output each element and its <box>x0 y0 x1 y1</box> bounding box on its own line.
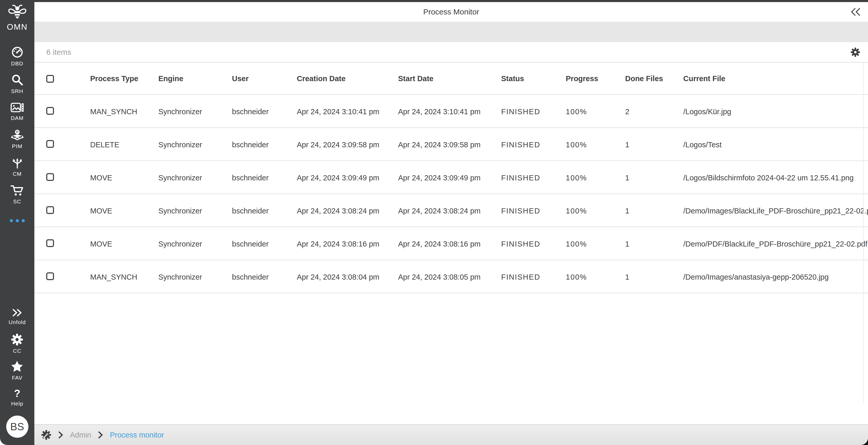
more-apps-icon[interactable] <box>10 212 25 229</box>
cell-process-type: MOVE <box>78 227 147 260</box>
sidebar-item-label: DBD <box>11 60 23 67</box>
table-row[interactable]: MOVE Synchronizer bschneider Apr 24, 202… <box>34 194 868 227</box>
cell-creation-date: Apr 24, 2024 3:08:16 pm <box>285 227 386 260</box>
cell-creation-date: Apr 24, 2024 3:09:49 pm <box>285 161 386 194</box>
col-progress[interactable]: Progress <box>554 63 613 95</box>
sidebar-item-unfold[interactable]: Unfold <box>8 303 26 330</box>
sidebar: OMN DBD SRH <box>0 0 34 445</box>
sidebar-item-pim[interactable]: P PIM <box>0 125 34 153</box>
unfold-icon <box>11 308 23 317</box>
cell-start-date: Apr 24, 2024 3:10:41 pm <box>386 95 489 128</box>
sidebar-item-label: CC <box>13 348 21 354</box>
cell-done-files: 1 <box>613 128 672 161</box>
select-all-checkbox[interactable] <box>46 75 54 83</box>
cell-progress: 100% <box>554 95 613 128</box>
row-checkbox[interactable] <box>46 239 54 247</box>
cell-engine: Synchronizer <box>147 161 220 194</box>
table-row[interactable]: DELETE Synchronizer bschneider Apr 24, 2… <box>34 128 868 161</box>
cell-done-files: 1 <box>613 194 672 227</box>
table-settings-gear-icon[interactable] <box>850 47 860 57</box>
col-creation-date[interactable]: Creation Date <box>285 63 386 95</box>
cell-user: bschneider <box>220 95 285 128</box>
sidebar-item-dbd[interactable]: DBD <box>0 42 34 70</box>
breadcrumb: Admin Process monitor <box>34 424 868 445</box>
cell-engine: Synchronizer <box>147 194 220 227</box>
row-checkbox[interactable] <box>46 173 54 181</box>
sidebar-item-cm[interactable]: CM <box>0 153 34 181</box>
sidebar-item-label: SRH <box>11 88 23 94</box>
cell-creation-date: Apr 24, 2024 3:10:41 pm <box>285 95 386 128</box>
cell-start-date: Apr 24, 2024 3:09:58 pm <box>386 128 489 161</box>
cell-status: FINISHED <box>489 161 554 194</box>
cell-status: FINISHED <box>489 260 554 293</box>
page-header: Process Monitor <box>34 2 868 22</box>
table-row[interactable]: MAN_SYNCH Synchronizer bschneider Apr 24… <box>34 95 868 128</box>
sidebar-item-srh[interactable]: SRH <box>0 70 34 98</box>
gear-icon <box>11 333 23 346</box>
sidebar-item-cc[interactable]: CC <box>8 330 26 357</box>
sidebar-item-fav[interactable]: FAV <box>8 357 26 384</box>
top-window-edge <box>0 0 868 2</box>
cell-user: bschneider <box>220 161 285 194</box>
scrollbar-track[interactable] <box>863 63 864 404</box>
process-table: Process Type Engine User Creation Date S… <box>34 63 868 424</box>
main-panel: Process Monitor 6 items <box>34 0 868 445</box>
cell-status: FINISHED <box>489 128 554 161</box>
table-row[interactable]: MOVE Synchronizer bschneider Apr 24, 202… <box>34 227 868 260</box>
cell-process-type: MOVE <box>78 194 147 227</box>
breadcrumb-admin[interactable]: Admin <box>70 431 91 439</box>
col-start-date[interactable]: Start Date <box>386 63 489 95</box>
row-checkbox[interactable] <box>46 107 54 115</box>
breadcrumb-process-monitor[interactable]: Process monitor <box>110 431 164 439</box>
cell-done-files: 1 <box>613 161 672 194</box>
chevron-right-icon <box>98 431 103 439</box>
cell-start-date: Apr 24, 2024 3:08:05 pm <box>386 260 489 293</box>
sidebar-item-label: Help <box>11 400 23 407</box>
cell-current-file: /Demo/Images/BlackLife_PDF-Broschüre_pp2… <box>672 194 868 227</box>
col-done-files[interactable]: Done Files <box>613 63 672 95</box>
sidebar-logo-label: OMN <box>7 22 28 32</box>
col-current-file[interactable]: Current File <box>672 63 868 95</box>
cell-current-file: /Logos/Test <box>672 128 868 161</box>
sidebar-item-label: CM <box>13 171 22 177</box>
row-checkbox[interactable] <box>46 140 54 148</box>
cell-done-files: 2 <box>613 95 672 128</box>
cell-progress: 100% <box>554 161 613 194</box>
user-avatar[interactable]: BS <box>6 416 28 438</box>
sidebar-item-sc[interactable]: SC <box>0 181 34 208</box>
cell-process-type: MAN_SYNCH <box>78 260 147 293</box>
cell-start-date: Apr 24, 2024 3:08:24 pm <box>386 194 489 227</box>
collapse-panel-icon[interactable] <box>850 7 861 17</box>
cell-start-date: Apr 24, 2024 3:09:49 pm <box>386 161 489 194</box>
col-user[interactable]: User <box>220 63 285 95</box>
sidebar-item-label: PIM <box>12 143 22 149</box>
col-engine[interactable]: Engine <box>147 63 220 95</box>
cell-progress: 100% <box>554 128 613 161</box>
sidebar-bottom-group: Unfold <box>8 303 26 411</box>
cell-process-type: MAN_SYNCH <box>78 95 147 128</box>
cell-user: bschneider <box>220 194 285 227</box>
cell-progress: 100% <box>554 260 613 293</box>
sidebar-logo[interactable]: OMN <box>7 4 28 42</box>
table-row[interactable]: MOVE Synchronizer bschneider Apr 24, 202… <box>34 161 868 194</box>
cell-creation-date: Apr 24, 2024 3:08:24 pm <box>285 194 386 227</box>
col-process-type[interactable]: Process Type <box>78 63 147 95</box>
avatar-initials: BS <box>10 421 24 433</box>
cell-current-file: /Demo/PDF/BlackLife_PDF-Broschüre_pp21_2… <box>672 227 868 260</box>
cell-current-file: /Logos/Kür.jpg <box>672 95 868 128</box>
cell-engine: Synchronizer <box>147 260 220 293</box>
items-count: 6 items <box>46 48 71 57</box>
sidebar-item-label: FAV <box>12 375 23 381</box>
table-toolbar: 6 items <box>34 42 868 63</box>
col-status[interactable]: Status <box>489 63 554 95</box>
sidebar-item-dam[interactable]: DAM <box>0 98 34 125</box>
table-row[interactable]: MAN_SYNCH Synchronizer bschneider Apr 24… <box>34 260 868 293</box>
cell-done-files: 1 <box>613 227 672 260</box>
cell-status: FINISHED <box>489 95 554 128</box>
row-checkbox[interactable] <box>46 206 54 214</box>
media-asset-icon <box>10 102 24 113</box>
sidebar-item-help[interactable]: ? Help <box>8 384 26 411</box>
cell-status: FINISHED <box>489 227 554 260</box>
admin-gear-wrench-icon[interactable] <box>41 430 52 440</box>
row-checkbox[interactable] <box>46 272 54 280</box>
